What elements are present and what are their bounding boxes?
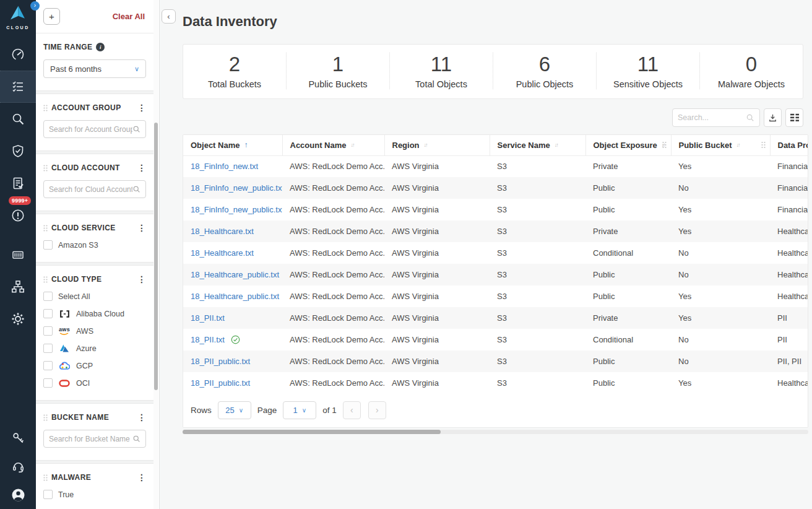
column-header-data-profile[interactable]: Data Profile [770,135,808,155]
time-range-dropdown[interactable]: Past 6 months ∨ [43,59,146,78]
table-row[interactable]: 18_FinInfo_new_public.txt AWS: RedLock D… [183,199,808,220]
kebab-menu-icon[interactable]: ⋮ [137,276,146,282]
column-header-account-name[interactable]: Account Name↓↑ [282,135,384,155]
object-name-link[interactable]: 18_FinInfo_new.txt [191,162,258,171]
horizontal-scrollbar-thumb[interactable] [183,430,441,434]
account-name-cell: AWS: RedLock Demo Acc... [282,372,384,394]
table-row[interactable]: 18_PII.txt AWS: RedLock Demo Acc... AWS … [183,329,808,350]
column-header-service-name[interactable]: Service Name↓↑ [490,135,585,155]
object-name-link[interactable]: 18_Healthcare.txt [191,227,254,236]
clear-all-filters-button[interactable]: Clear All [113,12,145,21]
sidebar-expand-button[interactable]: › [30,1,40,11]
checkbox[interactable] [43,240,53,250]
column-drag-handle-icon[interactable] [761,142,766,149]
checkbox-select-all[interactable]: Select All [43,292,146,301]
column-header-region[interactable]: Region↓↑ [384,135,490,155]
sidebar-item-settings[interactable] [0,303,36,335]
data-profile-cell: Financial [770,177,808,199]
column-settings-button[interactable] [785,108,803,127]
checkbox-alibaba-cloud[interactable]: Alibaba Cloud [43,309,146,318]
checkbox[interactable] [43,361,53,370]
data-profile-cell: PII [770,329,808,350]
table-row[interactable]: 18_Healthcare_public.txt AWS: RedLock De… [183,264,808,285]
object-exposure-cell: Public [585,177,671,199]
table-row[interactable]: 18_Healthcare.txt AWS: RedLock Demo Acc.… [183,220,808,242]
object-name-link[interactable]: 18_PII_public.txt [191,357,250,366]
table-row[interactable]: 18_Healthcare.txt AWS: RedLock Demo Acc.… [183,242,808,264]
drag-handle-icon[interactable] [43,105,48,111]
drag-handle-icon[interactable] [43,165,48,172]
checkbox[interactable] [43,344,53,353]
column-header-object-name[interactable]: Object Name↑ [183,135,282,155]
shield-check-icon [11,144,25,159]
checkbox[interactable] [43,326,53,336]
collapse-filters-button[interactable]: ‹ [162,9,176,24]
sidebar-item-profile[interactable] [0,481,36,509]
drag-handle-icon[interactable] [43,474,48,481]
drag-handle-icon[interactable] [43,414,48,421]
previous-page-button[interactable]: ‹ [343,401,361,419]
kebab-menu-icon[interactable]: ⋮ [137,105,146,111]
sidebar-item-compliance[interactable] [0,135,36,167]
next-page-button[interactable]: › [368,401,386,419]
kebab-menu-icon[interactable]: ⋮ [137,414,146,420]
checkbox[interactable] [43,292,53,301]
table-row[interactable]: 18_PII_public.txt AWS: RedLock Demo Acc.… [183,372,808,394]
checkbox-oci[interactable]: OCI [43,378,146,388]
checkbox[interactable] [43,378,53,388]
checkbox[interactable] [43,309,53,318]
sidebar-item-search[interactable] [0,103,36,135]
object-name-link[interactable]: 18_Healthcare.txt [191,248,254,258]
checkbox-aws[interactable]: aws AWS [43,326,146,336]
checkbox-amazon-s3[interactable]: Amazon S3 [43,240,146,250]
cloud-account-search-input[interactable] [49,185,132,194]
drag-handle-icon[interactable] [43,276,48,283]
object-exposure-cell: Conditional [585,329,671,350]
kebab-menu-icon[interactable]: ⋮ [137,474,146,481]
column-header-public-bucket[interactable]: Public Bucket↓↑ [671,135,770,155]
bucket-name-search-input[interactable] [49,435,132,443]
object-name-link[interactable]: 18_Healthcare_public.txt [191,292,279,301]
table-row[interactable]: 18_PII.txt AWS: RedLock Demo Acc... AWS … [183,307,808,329]
filter-scrollbar-thumb[interactable] [154,123,158,390]
object-name-link[interactable]: 18_PII_public.txt [191,378,250,388]
account-name-cell: AWS: RedLock Demo Acc... [282,350,384,372]
checkbox-malware-true[interactable]: True [43,490,146,499]
account-name-cell: AWS: RedLock Demo Acc... [282,329,384,350]
account-group-search-input[interactable] [49,125,132,134]
horizontal-scrollbar-track [183,430,808,434]
sidebar-item-support[interactable] [0,452,36,481]
table-row[interactable]: 18_FinInfo_new.txt AWS: RedLock Demo Acc… [183,155,808,177]
checkbox[interactable] [43,490,53,499]
sidebar-item-assets[interactable] [0,238,36,271]
rows-per-page-select[interactable]: 25∨ [218,401,251,419]
checkbox-gcp[interactable]: GCP [43,361,146,370]
object-name-link[interactable]: 18_Healthcare_public.txt [191,270,279,279]
sidebar-item-reports[interactable] [0,167,36,199]
page-select[interactable]: 1∨ [283,401,316,419]
object-name-link[interactable]: 18_PII.txt [191,313,225,323]
oci-icon [59,380,70,387]
column-drag-handle-icon[interactable] [662,142,667,149]
column-header-object-exposure[interactable]: Object Exposure↓↑ [585,135,671,155]
drag-handle-icon[interactable] [43,225,48,232]
info-icon[interactable]: i [96,43,105,51]
table-row[interactable]: 18_Healthcare_public.txt AWS: RedLock De… [183,285,808,307]
object-name-link[interactable]: 18_FinInfo_new_public.txt [191,183,282,193]
kebab-menu-icon[interactable]: ⋮ [137,225,146,231]
time-range-label: TIME RANGE [43,43,92,51]
table-row[interactable]: 18_FinInfo_new_public.txt AWS: RedLock D… [183,177,808,199]
table-row[interactable]: 18_PII_public.txt AWS: RedLock Demo Acc.… [183,350,808,372]
table-search-input[interactable] [678,113,746,122]
sidebar-item-access-keys[interactable] [0,424,36,452]
sidebar-item-dashboard[interactable] [0,38,36,71]
sidebar-item-alerts[interactable]: 9999+ [0,199,36,232]
sidebar-item-inventory[interactable] [0,71,36,103]
download-button[interactable] [764,108,782,127]
object-name-link[interactable]: 18_FinInfo_new_public.txt [191,205,282,214]
sidebar-item-network[interactable] [0,271,36,303]
object-name-link[interactable]: 18_PII.txt [191,335,225,344]
checkbox-azure[interactable]: Azure [43,344,146,353]
kebab-menu-icon[interactable]: ⋮ [137,165,146,171]
add-filter-button[interactable]: + [43,8,60,25]
